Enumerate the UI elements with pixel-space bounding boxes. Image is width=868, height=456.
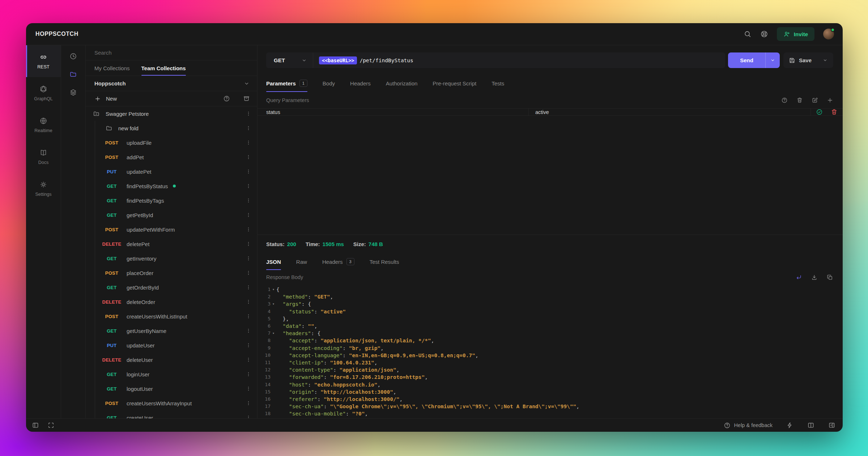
request-row[interactable]: PUT updatePet bbox=[86, 164, 257, 179]
nav-item-realtime[interactable]: Realtime bbox=[26, 109, 61, 141]
more-vertical-icon[interactable] bbox=[246, 342, 251, 348]
support-icon[interactable] bbox=[760, 30, 768, 38]
collection-folder-row[interactable]: new fold bbox=[86, 121, 257, 135]
nav-item-rest[interactable]: REST bbox=[26, 45, 61, 77]
request-tab-headers[interactable]: Headers bbox=[342, 75, 378, 92]
request-row[interactable]: DELETE deleteOrder bbox=[86, 295, 257, 309]
team-selector[interactable]: Hoppscotch bbox=[86, 76, 257, 91]
response-body-code[interactable]: 1 ▾ { 2 "method": "GET", 3 ▾ "args": { 4… bbox=[258, 284, 843, 418]
fold-arrow-icon[interactable]: ▾ bbox=[271, 330, 276, 337]
more-vertical-icon[interactable] bbox=[246, 328, 251, 334]
search-icon[interactable] bbox=[744, 30, 752, 38]
fold-arrow-icon[interactable]: ▾ bbox=[271, 286, 276, 293]
param-key-cell[interactable]: status bbox=[258, 109, 529, 115]
request-tab-pre-request-script[interactable]: Pre-request Script bbox=[425, 75, 484, 92]
more-vertical-icon[interactable] bbox=[246, 183, 251, 189]
more-vertical-icon[interactable] bbox=[246, 125, 251, 131]
environments-layers-icon[interactable] bbox=[69, 89, 77, 96]
request-row[interactable]: POST createUsersWithListInput bbox=[86, 309, 257, 324]
send-options-caret[interactable] bbox=[765, 52, 780, 68]
request-row[interactable]: POST uploadFile bbox=[86, 135, 257, 150]
collections-tab-my-collections[interactable]: My Collections bbox=[89, 60, 136, 76]
more-vertical-icon[interactable] bbox=[246, 415, 251, 418]
fold-arrow-icon[interactable]: ▾ bbox=[271, 300, 276, 308]
request-tab-body[interactable]: Body bbox=[315, 75, 342, 92]
panel-right-collapse-icon[interactable] bbox=[828, 422, 835, 429]
more-vertical-icon[interactable] bbox=[246, 357, 251, 363]
more-vertical-icon[interactable] bbox=[246, 198, 251, 203]
request-row[interactable]: GET loginUser bbox=[86, 367, 257, 381]
more-vertical-icon[interactable] bbox=[246, 227, 251, 232]
collections-tab-team-collections[interactable]: Team Collections bbox=[136, 60, 192, 76]
response-tab-headers[interactable]: Headers3 bbox=[315, 253, 362, 270]
request-tab-tests[interactable]: Tests bbox=[484, 75, 512, 92]
bulk-edit-icon[interactable] bbox=[812, 97, 818, 104]
more-vertical-icon[interactable] bbox=[246, 371, 251, 377]
response-tab-json[interactable]: JSON bbox=[266, 253, 289, 270]
more-vertical-icon[interactable] bbox=[246, 256, 251, 261]
send-button[interactable]: Send bbox=[728, 52, 780, 68]
collection-folder-row[interactable]: Swagger Petstore bbox=[86, 106, 257, 121]
add-param-plus-icon[interactable] bbox=[827, 97, 833, 104]
request-row[interactable]: GET findPetsByTags bbox=[86, 193, 257, 208]
download-icon[interactable] bbox=[811, 274, 818, 281]
zap-shortcuts-icon[interactable] bbox=[786, 422, 793, 429]
invite-button[interactable]: Invite bbox=[777, 27, 814, 41]
more-vertical-icon[interactable] bbox=[246, 386, 251, 392]
request-tab-parameters[interactable]: Parameters1 bbox=[266, 75, 315, 92]
columns-layout-icon[interactable] bbox=[807, 422, 814, 429]
import-export-box-icon[interactable] bbox=[243, 95, 250, 102]
more-vertical-icon[interactable] bbox=[246, 400, 251, 406]
param-enabled-check-icon[interactable] bbox=[816, 109, 823, 115]
copy-icon[interactable] bbox=[826, 274, 833, 281]
request-row[interactable]: GET findPetsByStatus bbox=[86, 179, 257, 193]
more-vertical-icon[interactable] bbox=[246, 154, 251, 160]
request-row[interactable]: POST createUsersWithArrayInput bbox=[86, 396, 257, 410]
more-vertical-icon[interactable] bbox=[246, 212, 251, 218]
save-button[interactable]: Save bbox=[783, 52, 833, 68]
nav-item-docs[interactable]: Docs bbox=[26, 141, 61, 173]
request-row[interactable]: GET getUserByName bbox=[86, 324, 257, 338]
response-tab-test-results[interactable]: Test Results bbox=[362, 253, 407, 270]
response-tab-raw[interactable]: Raw bbox=[289, 253, 315, 270]
new-collection-button[interactable]: New bbox=[106, 96, 117, 102]
maximize-icon[interactable] bbox=[47, 422, 55, 429]
panel-left-icon[interactable] bbox=[32, 422, 39, 429]
nav-item-settings[interactable]: Settings bbox=[26, 173, 61, 204]
more-vertical-icon[interactable] bbox=[246, 169, 251, 174]
request-row[interactable]: DELETE deleteUser bbox=[86, 352, 257, 367]
help-icon[interactable] bbox=[223, 95, 230, 102]
search-input[interactable] bbox=[94, 50, 248, 56]
request-tab-authorization[interactable]: Authorization bbox=[378, 75, 425, 92]
request-row[interactable]: GET createUser bbox=[86, 410, 257, 418]
method-selector[interactable]: GET bbox=[266, 52, 313, 68]
avatar[interactable] bbox=[823, 29, 834, 39]
delete-all-trash-icon[interactable] bbox=[796, 97, 803, 104]
request-row[interactable]: GET getOrderById bbox=[86, 280, 257, 295]
nav-item-graphql[interactable]: GraphQL bbox=[26, 77, 61, 109]
request-row[interactable]: DELETE deletePet bbox=[86, 237, 257, 251]
more-vertical-icon[interactable] bbox=[246, 241, 251, 247]
more-vertical-icon[interactable] bbox=[246, 299, 251, 305]
request-row[interactable]: GET getInventory bbox=[86, 251, 257, 266]
more-vertical-icon[interactable] bbox=[246, 270, 251, 276]
request-row[interactable]: POST addPet bbox=[86, 150, 257, 164]
wrap-lines-icon[interactable] bbox=[795, 274, 802, 281]
request-row[interactable]: GET getPetById bbox=[86, 208, 257, 222]
help-icon[interactable] bbox=[781, 97, 788, 104]
more-vertical-icon[interactable] bbox=[246, 140, 251, 145]
more-vertical-icon[interactable] bbox=[246, 111, 251, 117]
more-vertical-icon[interactable] bbox=[246, 313, 251, 319]
more-vertical-icon[interactable] bbox=[246, 284, 251, 290]
request-row[interactable]: POST placeOrder bbox=[86, 266, 257, 280]
param-value-cell[interactable]: active bbox=[529, 109, 811, 115]
param-delete-trash-icon[interactable] bbox=[831, 109, 838, 115]
collections-folder-icon[interactable] bbox=[69, 71, 77, 78]
history-clock-icon[interactable] bbox=[69, 52, 77, 60]
request-row[interactable]: POST updatePetWithForm bbox=[86, 222, 257, 237]
request-row[interactable]: PUT updateUser bbox=[86, 338, 257, 352]
request-row[interactable]: GET logoutUser bbox=[86, 381, 257, 396]
plus-icon[interactable] bbox=[94, 96, 101, 102]
help-feedback-button[interactable]: Help & feedback bbox=[724, 422, 773, 429]
url-input[interactable]: <<baseURL>> /pet/findByStatus bbox=[313, 52, 725, 68]
